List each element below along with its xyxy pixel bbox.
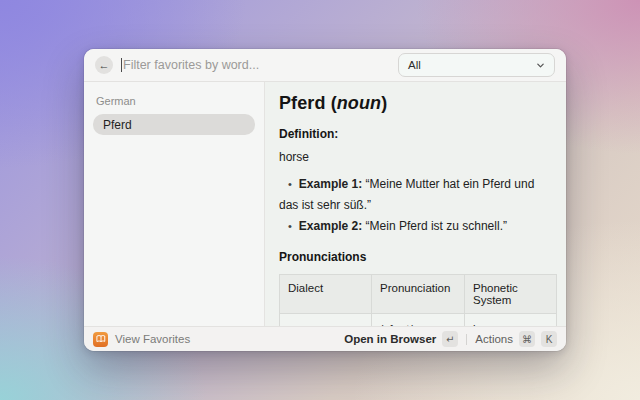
pronunciations-table: Dialect Pronunciation Phonetic System - … — [279, 274, 552, 326]
command-key-icon: ⌘ — [519, 331, 535, 347]
cell-pronunciation: /pfe:rt/, [(p)fe:ɐ̯t], /fe:rt/, [fe:ɐ̯t]… — [372, 314, 465, 327]
sidebar-section-label: German — [93, 91, 255, 114]
back-button[interactable]: ← — [95, 56, 113, 74]
sidebar-item-label: Pferd — [103, 118, 132, 132]
cell-dialect: - — [280, 314, 372, 327]
divider — [466, 334, 467, 345]
return-key-icon: ↵ — [442, 331, 458, 347]
table-row: - /pfe:rt/, [(p)fe:ɐ̯t], /fe:rt/, [fe:ɐ̯… — [280, 314, 557, 327]
col-header-phonetic-system: Phonetic System — [465, 275, 557, 314]
cell-phonetic-system: ipa — [465, 314, 557, 327]
search-placeholder: Filter favorites by word... — [123, 58, 259, 72]
example-item: Example 2: “Mein Pferd ist zu schnell.” — [279, 216, 552, 237]
search-input[interactable]: Filter favorites by word... — [121, 58, 390, 72]
table-header-row: Dialect Pronunciation Phonetic System — [280, 275, 557, 314]
detail-pane: Pferd (noun) Definition: horse Example 1… — [265, 82, 566, 326]
example-text: “Mein Pferd ist zu schnell.” — [366, 219, 507, 233]
favorites-sidebar: German Pferd — [84, 82, 265, 326]
open-in-browser-button[interactable]: Open in Browser — [344, 333, 436, 345]
paren-open: (noun) — [331, 93, 388, 113]
actions-button[interactable]: Actions — [475, 333, 513, 345]
back-arrow-icon: ← — [99, 59, 110, 71]
definition-value: horse — [279, 150, 552, 164]
book-icon — [93, 332, 108, 347]
example-item: Example 1: “Meine Mutter hat ein Pferd u… — [279, 174, 552, 216]
entry-pos: noun — [337, 93, 381, 113]
filter-dropdown[interactable]: All — [398, 53, 555, 77]
filter-dropdown-value: All — [408, 59, 536, 71]
sidebar-item-pferd[interactable]: Pferd — [93, 114, 255, 135]
chevron-down-icon — [536, 61, 545, 70]
entry-title: Pferd (noun) — [279, 93, 552, 114]
k-key-icon: K — [541, 331, 557, 347]
example-label: Example 2: — [299, 219, 362, 233]
bullet-icon — [279, 219, 299, 233]
action-bar: View Favorites Open in Browser ↵ Actions… — [84, 326, 566, 351]
app-window: ← Filter favorites by word... All German… — [84, 49, 566, 351]
examples-list: Example 1: “Meine Mutter hat ein Pferd u… — [279, 174, 552, 237]
command-name: View Favorites — [115, 333, 337, 345]
col-header-dialect: Dialect — [280, 275, 372, 314]
bullet-icon — [279, 177, 299, 191]
example-label: Example 1: — [299, 177, 362, 191]
definition-label: Definition: — [279, 127, 552, 141]
pronunciations-label: Pronunciations — [279, 250, 552, 264]
search-bar: ← Filter favorites by word... All — [84, 49, 566, 82]
text-caret — [121, 58, 122, 72]
entry-word: Pferd — [279, 93, 326, 113]
col-header-pronunciation: Pronunciation — [372, 275, 465, 314]
